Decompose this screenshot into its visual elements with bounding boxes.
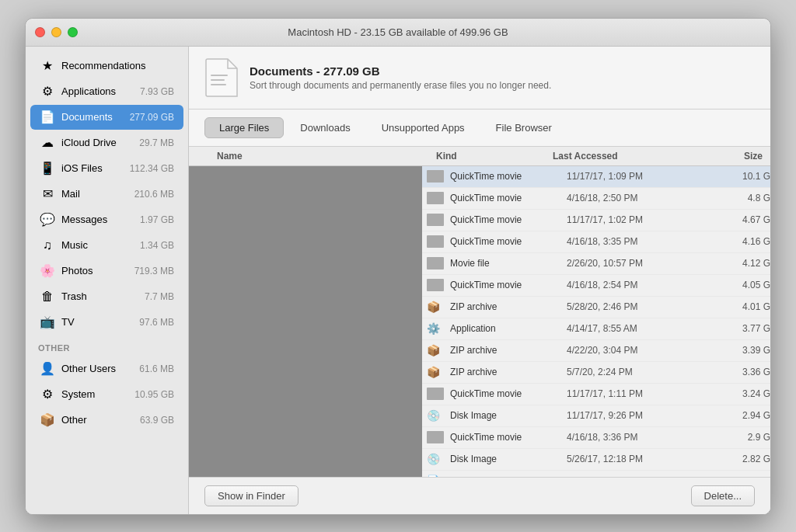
th-accessed: Last Accessed	[553, 151, 693, 162]
table-row[interactable]: QuickTime movie 4/16/18, 2:54 PM 4.05 GB	[422, 275, 770, 297]
sidebar-item-ios-files[interactable]: 📱 iOS Files 112.34 GB	[30, 156, 183, 181]
file-row-thumb: 📦	[427, 301, 450, 313]
sidebar-icon-tv: 📺	[40, 315, 55, 330]
sidebar-item-icloud[interactable]: ☁ iCloud Drive 29.7 MB	[30, 130, 183, 155]
table-row[interactable]: QuickTime movie 11/17/17, 1:09 PM 10.1 G…	[422, 166, 770, 188]
file-thumb-icon: 📦	[427, 366, 450, 378]
sidebar-icon-messages: 💬	[40, 212, 55, 228]
file-list[interactable]: QuickTime movie 11/17/17, 1:09 PM 10.1 G…	[422, 166, 770, 477]
sidebar-label-photos: Photos	[61, 265, 134, 276]
table-row[interactable]: QuickTime movie 4/16/18, 2:50 PM 4.8 GB	[422, 188, 770, 210]
sidebar: ★ Recommendations ⚙ Applications 7.93 GB…	[26, 47, 189, 514]
th-icon	[194, 151, 217, 162]
file-row-size: 4.01 GB	[707, 301, 770, 312]
file-row-accessed: 4/16/18, 3:36 PM	[567, 432, 707, 443]
delete-button[interactable]: Delete...	[691, 485, 755, 506]
tab-unsupported-apps[interactable]: Unsupported Apps	[367, 117, 480, 138]
file-row-thumb: 💿	[427, 409, 450, 422]
maximize-button[interactable]	[68, 27, 78, 37]
sidebar-item-recommendations[interactable]: ★ Recommendations	[30, 54, 183, 78]
file-row-thumb	[427, 431, 450, 443]
table-row[interactable]: QuickTime movie 11/17/17, 1:11 PM 3.24 G…	[422, 384, 770, 405]
th-name: Name	[217, 151, 436, 162]
file-thumb-icon: 💿	[427, 409, 450, 422]
table-row[interactable]: QuickTime movie 4/16/18, 3:35 PM 4.16 GB	[422, 231, 770, 253]
sidebar-item-documents[interactable]: 📄 Documents 277.09 GB	[30, 105, 183, 130]
table-row[interactable]: 💿 Disk Image 11/17/17, 9:26 PM 2.94 GB	[422, 405, 770, 427]
file-row-accessed: 4/16/18, 3:35 PM	[567, 236, 707, 247]
table-row[interactable]: QuickTime movie 4/16/18, 3:36 PM 2.9 GB	[422, 427, 770, 449]
sidebar-size-messages: 1.97 GB	[140, 214, 174, 225]
sidebar-label-other-users: Other Users	[61, 363, 139, 374]
file-row-kind: Disk Image	[450, 454, 567, 464]
sidebar-icon-documents: 📄	[40, 110, 55, 125]
sidebar-item-other-users[interactable]: 👤 Other Users 61.6 MB	[30, 356, 183, 381]
file-row-kind: ZIP archive	[450, 345, 567, 356]
table-row[interactable]: Movie file 2/26/20, 10:57 PM 4.12 GB	[422, 253, 770, 275]
sidebar-icon-other-users: 👤	[40, 361, 55, 377]
file-thumb-icon: ⚙️	[427, 322, 450, 335]
svg-rect-1	[211, 79, 225, 81]
table-row[interactable]: 📦 ZIP archive 5/28/20, 2:46 PM 4.01 GB	[422, 297, 770, 318]
minimize-button[interactable]	[51, 27, 61, 37]
sidebar-item-photos[interactable]: 🌸 Photos 719.3 MB	[30, 259, 183, 283]
tab-downloads[interactable]: Downloads	[285, 117, 365, 138]
file-row-accessed: 5/26/17, 12:18 PM	[567, 454, 707, 464]
table-container: Name Kind Last Accessed Size QuickTime m…	[189, 147, 770, 477]
close-button[interactable]	[35, 27, 45, 37]
table-row[interactable]: ⚙️ Application 4/14/17, 8:55 AM 3.77 GB	[422, 318, 770, 340]
sidebar-item-messages[interactable]: 💬 Messages 1.97 GB	[30, 207, 183, 232]
titlebar: Macintosh HD - 23.15 GB available of 499…	[26, 19, 770, 47]
sidebar-label-recommendations: Recommendations	[61, 60, 174, 71]
table-header: Name Kind Last Accessed Size	[189, 147, 770, 166]
file-row-accessed: 11/17/17, 1:11 PM	[567, 388, 707, 399]
sidebar-item-applications[interactable]: ⚙ Applications 7.93 GB	[30, 79, 183, 104]
file-thumb-icon	[427, 388, 444, 400]
file-row-accessed: 2/26/20, 10:57 PM	[567, 258, 707, 269]
file-row-accessed: 11/17/17, 9:26 PM	[567, 410, 707, 421]
file-row-kind: QuickTime movie	[450, 432, 567, 443]
sidebar-label-trash: Trash	[61, 290, 145, 302]
file-row-accessed: 5/28/20, 2:46 PM	[567, 301, 707, 312]
file-row-thumb: 📦	[427, 366, 450, 378]
file-row-thumb: 📦	[427, 344, 450, 356]
file-thumb-icon	[427, 170, 444, 183]
file-row-size: 3.39 GB	[707, 345, 770, 356]
sidebar-item-music[interactable]: ♫ Music 1.34 GB	[30, 233, 183, 258]
file-row-kind: QuickTime movie	[450, 236, 567, 247]
sidebar-size-other-users: 61.6 MB	[139, 363, 174, 374]
table-row[interactable]: 📦 ZIP archive 5/7/20, 2:24 PM 3.36 GB	[422, 362, 770, 384]
sidebar-label-messages: Messages	[61, 214, 140, 225]
sidebar-size-documents: 277.09 GB	[130, 112, 174, 123]
show-in-finder-button[interactable]: Show in Finder	[204, 485, 298, 506]
tab-file-browser[interactable]: File Browser	[481, 117, 567, 138]
sidebar-label-ios-files: iOS Files	[61, 162, 130, 174]
tab-large-files[interactable]: Large Files	[204, 117, 284, 138]
sidebar-label-mail: Mail	[61, 188, 134, 200]
sidebar-size-icloud: 29.7 MB	[139, 137, 174, 148]
file-row-size: 10.1 GB	[707, 171, 770, 182]
file-row-kind: ZIP archive	[450, 367, 567, 377]
sidebar-label-tv: TV	[61, 316, 139, 328]
sidebar-size-music: 1.34 GB	[140, 240, 174, 251]
sidebar-item-system[interactable]: ⚙ System 10.95 GB	[30, 382, 183, 407]
file-row-thumb	[427, 257, 450, 269]
file-row-size: 3.36 GB	[707, 367, 770, 377]
sidebar-item-tv[interactable]: 📺 TV 97.6 MB	[30, 310, 183, 335]
sidebar-label-other: Other	[61, 414, 140, 426]
file-row-thumb: ⚙️	[427, 322, 450, 335]
sidebar-item-other[interactable]: 📦 Other 63.9 GB	[30, 408, 183, 433]
sidebar-icon-trash: 🗑	[40, 289, 55, 304]
sidebar-icon-mail: ✉	[40, 186, 55, 202]
table-row[interactable]: 📦 ZIP archive 4/22/20, 3:04 PM 3.39 GB	[422, 340, 770, 362]
table-row[interactable]: 💿 Disk Image 5/26/17, 12:18 PM 2.82 GB	[422, 449, 770, 471]
sidebar-item-mail[interactable]: ✉ Mail 210.6 MB	[30, 182, 183, 207]
svg-rect-2	[211, 84, 226, 85]
sidebar-item-trash[interactable]: 🗑 Trash 7.7 MB	[30, 284, 183, 309]
sidebar-icon-other: 📦	[40, 412, 55, 428]
doc-info: Documents - 277.09 GB Sort through docum…	[250, 64, 551, 91]
file-row-size: 3.24 GB	[707, 388, 770, 399]
table-row[interactable]: QuickTime movie 11/17/17, 1:02 PM 4.67 G…	[422, 210, 770, 231]
file-row-thumb	[427, 388, 450, 400]
table-row[interactable]: 📄 Apple Device Soft... 3/12/18, 2:35 PM …	[422, 471, 770, 477]
